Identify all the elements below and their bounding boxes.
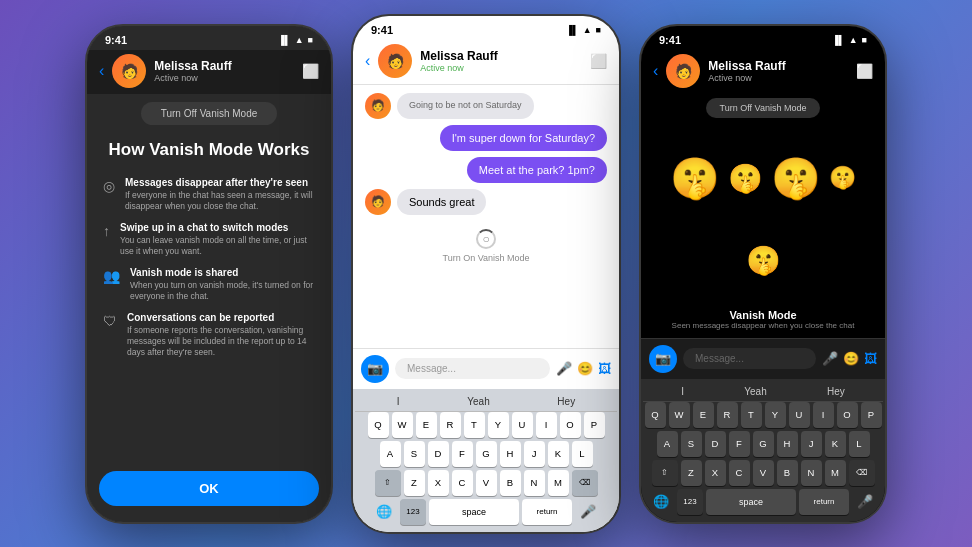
- key-k-3[interactable]: K: [825, 431, 846, 457]
- mic-icon-kbd[interactable]: 🎤: [575, 502, 601, 521]
- video-icon-2[interactable]: ⬜: [590, 53, 607, 69]
- key-o[interactable]: O: [560, 412, 581, 438]
- key-t[interactable]: T: [464, 412, 485, 438]
- back-button-2[interactable]: ‹: [365, 52, 370, 70]
- media-btn-3[interactable]: 🖼: [864, 351, 877, 366]
- key-shift-3[interactable]: ⇧: [652, 460, 678, 486]
- sug-yeah[interactable]: Yeah: [467, 396, 489, 407]
- key-s-3[interactable]: S: [681, 431, 702, 457]
- key-w[interactable]: W: [392, 412, 413, 438]
- key-t-3[interactable]: T: [741, 402, 762, 428]
- sug-hey[interactable]: Hey: [557, 396, 575, 407]
- phone-3: 9:41 ▐▌ ▲ ■ ‹ 🧑 Melissa Rauff Active now…: [639, 24, 887, 524]
- battery-icon: ■: [308, 35, 313, 45]
- video-icon-1[interactable]: ⬜: [302, 63, 319, 79]
- globe-icon[interactable]: 🌐: [371, 502, 397, 521]
- key-q[interactable]: Q: [368, 412, 389, 438]
- key-x[interactable]: X: [428, 470, 449, 496]
- mic-icon-kbd-3[interactable]: 🎤: [852, 492, 878, 511]
- key-e-3[interactable]: E: [693, 402, 714, 428]
- key-f[interactable]: F: [452, 441, 473, 467]
- video-icon-3[interactable]: ⬜: [856, 63, 873, 79]
- turn-off-vanish-btn[interactable]: Turn Off Vanish Mode: [141, 102, 278, 125]
- key-backspace[interactable]: ⌫: [572, 470, 598, 496]
- key-r[interactable]: R: [440, 412, 461, 438]
- key-c-3[interactable]: C: [729, 460, 750, 486]
- sug-i-3[interactable]: I: [681, 386, 684, 397]
- key-123[interactable]: 123: [400, 499, 426, 525]
- back-button-1[interactable]: ‹: [99, 62, 104, 80]
- key-s[interactable]: S: [404, 441, 425, 467]
- key-e[interactable]: E: [416, 412, 437, 438]
- key-n[interactable]: N: [524, 470, 545, 496]
- key-space-3[interactable]: space: [706, 489, 796, 515]
- key-u[interactable]: U: [512, 412, 533, 438]
- key-return[interactable]: return: [522, 499, 572, 525]
- key-n-3[interactable]: N: [801, 460, 822, 486]
- camera-button-2[interactable]: 📷: [361, 355, 389, 383]
- phone3-content: Turn Off Vanish Mode 🤫 🤫 🤫 🤫 🤫 Vanish Mo…: [641, 94, 885, 522]
- key-a-3[interactable]: A: [657, 431, 678, 457]
- key-f-3[interactable]: F: [729, 431, 750, 457]
- turn-off-vanish-btn-3[interactable]: Turn Off Vanish Mode: [706, 98, 821, 118]
- ok-button[interactable]: OK: [99, 471, 319, 506]
- key-z[interactable]: Z: [404, 470, 425, 496]
- key-a[interactable]: A: [380, 441, 401, 467]
- media-btn-2[interactable]: 🖼: [598, 361, 611, 376]
- key-h[interactable]: H: [500, 441, 521, 467]
- sug-yeah-3[interactable]: Yeah: [744, 386, 766, 397]
- camera-button-3[interactable]: 📷: [649, 345, 677, 373]
- sug-i[interactable]: I: [397, 396, 400, 407]
- key-space[interactable]: space: [429, 499, 519, 525]
- time-3: 9:41: [659, 34, 681, 46]
- turn-on-vanish-label[interactable]: Turn On Vanish Mode: [442, 253, 529, 263]
- key-v-3[interactable]: V: [753, 460, 774, 486]
- message-input-3[interactable]: Message...: [683, 348, 816, 369]
- key-c[interactable]: C: [452, 470, 473, 496]
- key-x-3[interactable]: X: [705, 460, 726, 486]
- sug-hey-3[interactable]: Hey: [827, 386, 845, 397]
- key-l[interactable]: L: [572, 441, 593, 467]
- key-m-3[interactable]: M: [825, 460, 846, 486]
- key-g-3[interactable]: G: [753, 431, 774, 457]
- key-i-3[interactable]: I: [813, 402, 834, 428]
- contact-name-2: Melissa Rauff: [420, 49, 582, 63]
- key-l-3[interactable]: L: [849, 431, 870, 457]
- sticker-btn-3[interactable]: 😊: [843, 351, 859, 366]
- key-m[interactable]: M: [548, 470, 569, 496]
- key-h-3[interactable]: H: [777, 431, 798, 457]
- key-123-3[interactable]: 123: [677, 489, 703, 515]
- msg-bubble-3: Sounds great: [397, 189, 486, 215]
- key-backspace-3[interactable]: ⌫: [849, 460, 875, 486]
- key-q-3[interactable]: Q: [645, 402, 666, 428]
- globe-icon-3[interactable]: 🌐: [648, 492, 674, 511]
- key-b[interactable]: B: [500, 470, 521, 496]
- key-y[interactable]: Y: [488, 412, 509, 438]
- key-r-3[interactable]: R: [717, 402, 738, 428]
- key-j-3[interactable]: J: [801, 431, 822, 457]
- key-p[interactable]: P: [584, 412, 605, 438]
- key-shift[interactable]: ⇧: [375, 470, 401, 496]
- key-u-3[interactable]: U: [789, 402, 810, 428]
- mic-btn-3[interactable]: 🎤: [822, 351, 838, 366]
- key-b-3[interactable]: B: [777, 460, 798, 486]
- mic-btn-2[interactable]: 🎤: [556, 361, 572, 376]
- feature-item-3: 🛡 Conversations can be reported If someo…: [103, 312, 315, 358]
- key-o-3[interactable]: O: [837, 402, 858, 428]
- key-g[interactable]: G: [476, 441, 497, 467]
- key-y-3[interactable]: Y: [765, 402, 786, 428]
- key-k[interactable]: K: [548, 441, 569, 467]
- key-i[interactable]: I: [536, 412, 557, 438]
- sticker-btn-2[interactable]: 😊: [577, 361, 593, 376]
- kbd-row-3-3: 🌐 123 space return 🎤: [643, 489, 883, 515]
- key-v[interactable]: V: [476, 470, 497, 496]
- back-button-3[interactable]: ‹: [653, 62, 658, 80]
- key-return-3[interactable]: return: [799, 489, 849, 515]
- key-d-3[interactable]: D: [705, 431, 726, 457]
- key-z-3[interactable]: Z: [681, 460, 702, 486]
- message-input-2[interactable]: Message...: [395, 358, 550, 379]
- key-j[interactable]: J: [524, 441, 545, 467]
- key-d[interactable]: D: [428, 441, 449, 467]
- key-p-3[interactable]: P: [861, 402, 882, 428]
- key-w-3[interactable]: W: [669, 402, 690, 428]
